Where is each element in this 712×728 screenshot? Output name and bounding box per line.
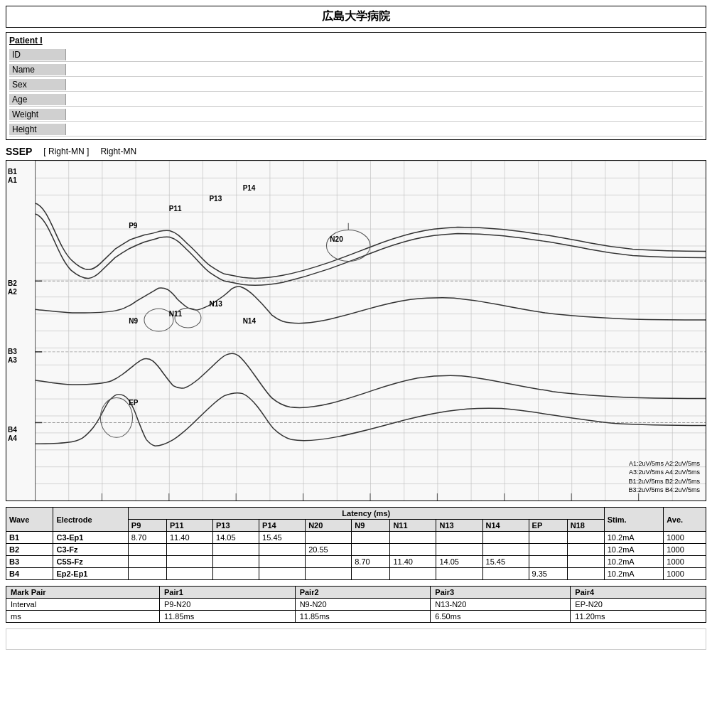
mark-pair-cell: 11.85ms bbox=[295, 611, 431, 623]
field-value-weight bbox=[66, 109, 703, 120]
arrow-indicator: ↑ bbox=[8, 500, 14, 501]
table-cell: 11.40 bbox=[166, 532, 212, 544]
patient-field-row: ID bbox=[9, 48, 703, 62]
ssep-title: SSEP bbox=[6, 146, 32, 157]
mark-pair-header-row: Mark PairPair1Pair2Pair3Pair4 bbox=[6, 587, 706, 599]
field-value-id bbox=[66, 49, 703, 60]
col-p13: P13 bbox=[213, 520, 259, 532]
table-cell: 8.70 bbox=[352, 556, 390, 568]
bottom-area bbox=[6, 628, 706, 650]
channel-b4: B4A4 bbox=[8, 426, 17, 443]
mark-pair-row: ms11.85ms11.85ms6.50ms11.20ms bbox=[6, 611, 706, 623]
table-cell bbox=[128, 544, 166, 556]
table-cell: C3-Ep1 bbox=[53, 532, 128, 544]
table-row: B3C5S-Fz8.7011.4014.0515.4510.2mA1000 bbox=[6, 556, 706, 568]
mark-pair-cell: P9-N20 bbox=[159, 599, 295, 611]
table-cell: 1000 bbox=[664, 544, 706, 556]
col-stim: Stim. bbox=[604, 508, 664, 532]
mark-pair-cell: N13-N20 bbox=[431, 599, 571, 611]
patient-section: Patient I IDNameSexAgeWeightHeight bbox=[6, 32, 706, 140]
table-cell bbox=[390, 532, 436, 544]
table-cell bbox=[306, 556, 352, 568]
scale-line2: A3:2uV/5ms A4:2uV/5ms bbox=[628, 468, 700, 477]
col-electrode: Electrode bbox=[53, 508, 128, 532]
table-cell bbox=[529, 532, 567, 544]
table-cell: 1000 bbox=[664, 556, 706, 568]
mark-pair-cell: Interval bbox=[6, 599, 160, 611]
table-cell: 15.45 bbox=[482, 556, 529, 568]
table-cell bbox=[436, 544, 482, 556]
table-cell bbox=[482, 544, 529, 556]
field-label-height: Height bbox=[9, 124, 66, 135]
col-p11: P11 bbox=[166, 520, 212, 532]
table-cell: 14.05 bbox=[436, 556, 482, 568]
table-cell bbox=[306, 532, 352, 544]
mark-pair-cell: 11.85ms bbox=[159, 611, 295, 623]
latency-table: Wave Electrode Latency (ms) Stim. Ave. P… bbox=[6, 507, 706, 580]
channel-b3: B3A3 bbox=[8, 348, 17, 365]
table-cell: 11.40 bbox=[390, 556, 436, 568]
field-label-sex: Sex bbox=[9, 79, 66, 90]
mp-col-pair2: Pair2 bbox=[295, 587, 431, 599]
channel-labels-container: B1A1 B2A2 B3A3 B4A4 bbox=[8, 161, 35, 500]
col-n13: N13 bbox=[436, 520, 482, 532]
patient-fields: IDNameSexAgeWeightHeight bbox=[9, 48, 703, 136]
patient-title: Patient I bbox=[9, 36, 703, 46]
table-cell bbox=[567, 544, 604, 556]
table-cell bbox=[529, 544, 567, 556]
patient-field-row: Height bbox=[9, 123, 703, 136]
latency-tbody: B1C3-Ep18.7011.4014.0515.4510.2mA1000B2C… bbox=[6, 532, 706, 580]
col-p14: P14 bbox=[259, 520, 306, 532]
table-cell bbox=[352, 568, 390, 580]
field-value-height bbox=[66, 124, 703, 135]
table-cell bbox=[482, 532, 529, 544]
table-row: B4Ep2-Ep19.3510.2mA1000 bbox=[6, 568, 706, 580]
page: 広島大学病院 Patient I IDNameSexAgeWeightHeigh… bbox=[0, 0, 712, 728]
col-n14: N14 bbox=[482, 520, 529, 532]
latency-table-section: Wave Electrode Latency (ms) Stim. Ave. P… bbox=[6, 507, 706, 580]
patient-field-row: Age bbox=[9, 93, 703, 107]
table-cell bbox=[436, 568, 482, 580]
col-wave: Wave bbox=[6, 508, 53, 532]
hospital-header: 広島大学病院 bbox=[6, 6, 706, 28]
chart-container: B1A1 B2A2 B3A3 B4A4 P9 P11 P13 P14 N20 N… bbox=[6, 160, 706, 501]
col-n20: N20 bbox=[306, 520, 352, 532]
table-cell: B3 bbox=[6, 556, 53, 568]
ssep-bracket: [ Right-MN ] bbox=[43, 146, 89, 156]
field-value-name bbox=[66, 64, 703, 75]
ssep-section: SSEP [ Right-MN ] Right-MN bbox=[6, 146, 706, 501]
table-cell bbox=[436, 532, 482, 544]
scale-line4: B3:2uV/5ms B4:2uV/5ms bbox=[628, 486, 700, 495]
channel-b1: B1A1 bbox=[8, 168, 17, 185]
mark-pair-row: IntervalP9-N20N9-N20N13-N20EP-N20 bbox=[6, 599, 706, 611]
table-cell: 10.2mA bbox=[604, 568, 664, 580]
mp-col-pair1: Pair1 bbox=[159, 587, 295, 599]
table-row: B1C3-Ep18.7011.4014.0515.4510.2mA1000 bbox=[6, 532, 706, 544]
table-cell bbox=[166, 544, 212, 556]
table-cell bbox=[166, 556, 212, 568]
mark-pair-table-section: Mark PairPair1Pair2Pair3Pair4 IntervalP9… bbox=[6, 586, 706, 623]
field-value-age bbox=[66, 94, 703, 105]
col-n18: N18 bbox=[567, 520, 604, 532]
table-cell: 1000 bbox=[664, 532, 706, 544]
field-label-id: ID bbox=[9, 49, 66, 60]
table-cell: 15.45 bbox=[259, 532, 306, 544]
table-cell: 14.05 bbox=[213, 532, 259, 544]
table-cell: 10.2mA bbox=[604, 544, 664, 556]
mark-pair-cell: N9-N20 bbox=[295, 599, 431, 611]
table-cell bbox=[390, 568, 436, 580]
col-n11: N11 bbox=[390, 520, 436, 532]
scale-info: A1:2uV/5ms A2:2uV/5ms A3:2uV/5ms A4:2uV/… bbox=[628, 459, 700, 495]
col-ep: EP bbox=[529, 520, 567, 532]
table-row: B2C3-Fz20.5510.2mA1000 bbox=[6, 544, 706, 556]
mark-pair-cell: 6.50ms bbox=[431, 611, 571, 623]
table-cell bbox=[529, 556, 567, 568]
channel-b2: B2A2 bbox=[8, 279, 17, 296]
mark-pair-cell: ms bbox=[6, 611, 160, 623]
table-cell bbox=[306, 568, 352, 580]
field-label-weight: Weight bbox=[9, 109, 66, 120]
table-cell bbox=[352, 532, 390, 544]
table-cell: C3-Fz bbox=[53, 544, 128, 556]
field-value-sex bbox=[66, 79, 703, 90]
col-n9: N9 bbox=[352, 520, 390, 532]
